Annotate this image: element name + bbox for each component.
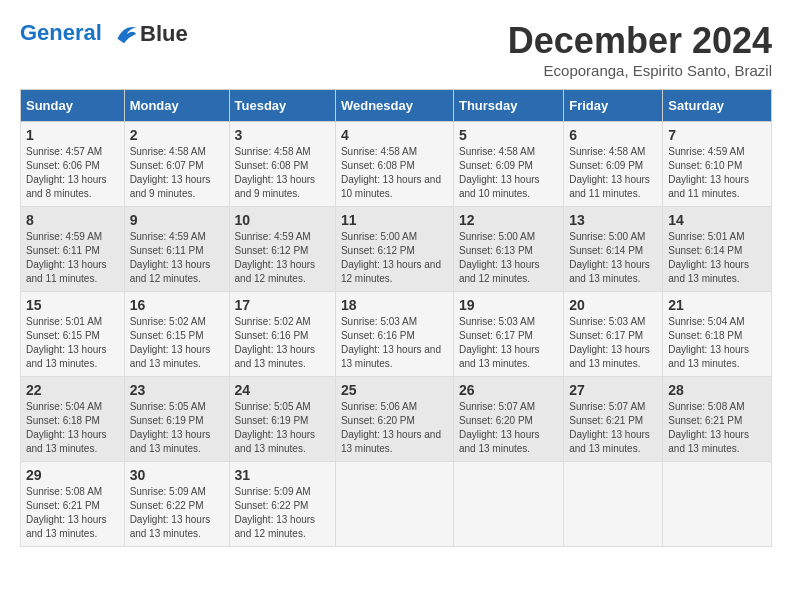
calendar-week-row: 29Sunrise: 5:08 AMSunset: 6:21 PMDayligh… [21,462,772,547]
day-number: 21 [668,297,766,313]
weekday-header: Tuesday [229,90,335,122]
calendar-cell: 25Sunrise: 5:06 AMSunset: 6:20 PMDayligh… [335,377,453,462]
calendar-cell: 27Sunrise: 5:07 AMSunset: 6:21 PMDayligh… [564,377,663,462]
logo-bird-icon [110,20,138,48]
day-number: 26 [459,382,558,398]
calendar-cell: 17Sunrise: 5:02 AMSunset: 6:16 PMDayligh… [229,292,335,377]
calendar-cell: 10Sunrise: 4:59 AMSunset: 6:12 PMDayligh… [229,207,335,292]
day-info: Sunrise: 5:09 AMSunset: 6:22 PMDaylight:… [130,486,211,539]
day-number: 1 [26,127,119,143]
day-number: 4 [341,127,448,143]
day-number: 25 [341,382,448,398]
day-number: 6 [569,127,657,143]
day-number: 3 [235,127,330,143]
calendar-week-row: 8Sunrise: 4:59 AMSunset: 6:11 PMDaylight… [21,207,772,292]
logo-general: General [20,20,102,45]
day-number: 30 [130,467,224,483]
day-info: Sunrise: 5:07 AMSunset: 6:21 PMDaylight:… [569,401,650,454]
calendar-cell: 20Sunrise: 5:03 AMSunset: 6:17 PMDayligh… [564,292,663,377]
day-info: Sunrise: 5:05 AMSunset: 6:19 PMDaylight:… [235,401,316,454]
calendar-cell: 26Sunrise: 5:07 AMSunset: 6:20 PMDayligh… [453,377,563,462]
weekday-header: Thursday [453,90,563,122]
calendar-cell: 3Sunrise: 4:58 AMSunset: 6:08 PMDaylight… [229,122,335,207]
day-info: Sunrise: 4:59 AMSunset: 6:11 PMDaylight:… [130,231,211,284]
day-info: Sunrise: 4:59 AMSunset: 6:11 PMDaylight:… [26,231,107,284]
day-number: 9 [130,212,224,228]
calendar-cell: 6Sunrise: 4:58 AMSunset: 6:09 PMDaylight… [564,122,663,207]
day-info: Sunrise: 4:59 AMSunset: 6:12 PMDaylight:… [235,231,316,284]
weekday-header: Sunday [21,90,125,122]
calendar-cell: 9Sunrise: 4:59 AMSunset: 6:11 PMDaylight… [124,207,229,292]
day-info: Sunrise: 5:08 AMSunset: 6:21 PMDaylight:… [26,486,107,539]
calendar-cell: 18Sunrise: 5:03 AMSunset: 6:16 PMDayligh… [335,292,453,377]
calendar-cell: 1Sunrise: 4:57 AMSunset: 6:06 PMDaylight… [21,122,125,207]
day-info: Sunrise: 5:05 AMSunset: 6:19 PMDaylight:… [130,401,211,454]
calendar-cell: 24Sunrise: 5:05 AMSunset: 6:19 PMDayligh… [229,377,335,462]
day-number: 22 [26,382,119,398]
day-info: Sunrise: 5:06 AMSunset: 6:20 PMDaylight:… [341,401,441,454]
day-info: Sunrise: 4:58 AMSunset: 6:07 PMDaylight:… [130,146,211,199]
day-number: 20 [569,297,657,313]
day-number: 17 [235,297,330,313]
calendar-cell: 22Sunrise: 5:04 AMSunset: 6:18 PMDayligh… [21,377,125,462]
calendar-cell: 13Sunrise: 5:00 AMSunset: 6:14 PMDayligh… [564,207,663,292]
calendar-cell: 31Sunrise: 5:09 AMSunset: 6:22 PMDayligh… [229,462,335,547]
logo: General Blue [20,20,188,48]
day-number: 28 [668,382,766,398]
day-info: Sunrise: 5:04 AMSunset: 6:18 PMDaylight:… [668,316,749,369]
day-info: Sunrise: 5:03 AMSunset: 6:17 PMDaylight:… [459,316,540,369]
day-info: Sunrise: 4:58 AMSunset: 6:09 PMDaylight:… [459,146,540,199]
location: Ecoporanga, Espirito Santo, Brazil [508,62,772,79]
day-info: Sunrise: 5:00 AMSunset: 6:13 PMDaylight:… [459,231,540,284]
calendar-cell [663,462,772,547]
day-number: 18 [341,297,448,313]
day-number: 12 [459,212,558,228]
title-section: December 2024 Ecoporanga, Espirito Santo… [508,20,772,79]
calendar-cell: 28Sunrise: 5:08 AMSunset: 6:21 PMDayligh… [663,377,772,462]
calendar-cell: 4Sunrise: 4:58 AMSunset: 6:08 PMDaylight… [335,122,453,207]
day-info: Sunrise: 5:08 AMSunset: 6:21 PMDaylight:… [668,401,749,454]
weekday-header: Monday [124,90,229,122]
calendar-cell: 5Sunrise: 4:58 AMSunset: 6:09 PMDaylight… [453,122,563,207]
day-number: 14 [668,212,766,228]
day-info: Sunrise: 5:01 AMSunset: 6:15 PMDaylight:… [26,316,107,369]
calendar-cell: 21Sunrise: 5:04 AMSunset: 6:18 PMDayligh… [663,292,772,377]
day-number: 5 [459,127,558,143]
weekday-header: Friday [564,90,663,122]
calendar-cell: 8Sunrise: 4:59 AMSunset: 6:11 PMDaylight… [21,207,125,292]
day-number: 7 [668,127,766,143]
day-number: 31 [235,467,330,483]
calendar-cell [335,462,453,547]
calendar-cell: 30Sunrise: 5:09 AMSunset: 6:22 PMDayligh… [124,462,229,547]
day-number: 11 [341,212,448,228]
day-info: Sunrise: 4:58 AMSunset: 6:08 PMDaylight:… [235,146,316,199]
calendar-cell: 29Sunrise: 5:08 AMSunset: 6:21 PMDayligh… [21,462,125,547]
calendar-cell: 11Sunrise: 5:00 AMSunset: 6:12 PMDayligh… [335,207,453,292]
page-header: General Blue December 2024 Ecoporanga, E… [20,20,772,79]
day-info: Sunrise: 5:09 AMSunset: 6:22 PMDaylight:… [235,486,316,539]
day-info: Sunrise: 5:04 AMSunset: 6:18 PMDaylight:… [26,401,107,454]
day-number: 19 [459,297,558,313]
calendar-cell: 16Sunrise: 5:02 AMSunset: 6:15 PMDayligh… [124,292,229,377]
day-info: Sunrise: 5:03 AMSunset: 6:17 PMDaylight:… [569,316,650,369]
calendar-cell: 23Sunrise: 5:05 AMSunset: 6:19 PMDayligh… [124,377,229,462]
day-number: 8 [26,212,119,228]
day-number: 13 [569,212,657,228]
day-number: 24 [235,382,330,398]
calendar-week-row: 1Sunrise: 4:57 AMSunset: 6:06 PMDaylight… [21,122,772,207]
day-info: Sunrise: 4:58 AMSunset: 6:08 PMDaylight:… [341,146,441,199]
day-info: Sunrise: 5:00 AMSunset: 6:12 PMDaylight:… [341,231,441,284]
day-number: 15 [26,297,119,313]
day-info: Sunrise: 5:02 AMSunset: 6:16 PMDaylight:… [235,316,316,369]
calendar-week-row: 15Sunrise: 5:01 AMSunset: 6:15 PMDayligh… [21,292,772,377]
day-info: Sunrise: 4:59 AMSunset: 6:10 PMDaylight:… [668,146,749,199]
month-title: December 2024 [508,20,772,62]
logo-blue: Blue [140,21,188,47]
calendar-cell: 14Sunrise: 5:01 AMSunset: 6:14 PMDayligh… [663,207,772,292]
calendar-cell: 12Sunrise: 5:00 AMSunset: 6:13 PMDayligh… [453,207,563,292]
weekday-header: Saturday [663,90,772,122]
day-info: Sunrise: 5:01 AMSunset: 6:14 PMDaylight:… [668,231,749,284]
day-number: 16 [130,297,224,313]
day-info: Sunrise: 5:07 AMSunset: 6:20 PMDaylight:… [459,401,540,454]
calendar-cell: 15Sunrise: 5:01 AMSunset: 6:15 PMDayligh… [21,292,125,377]
